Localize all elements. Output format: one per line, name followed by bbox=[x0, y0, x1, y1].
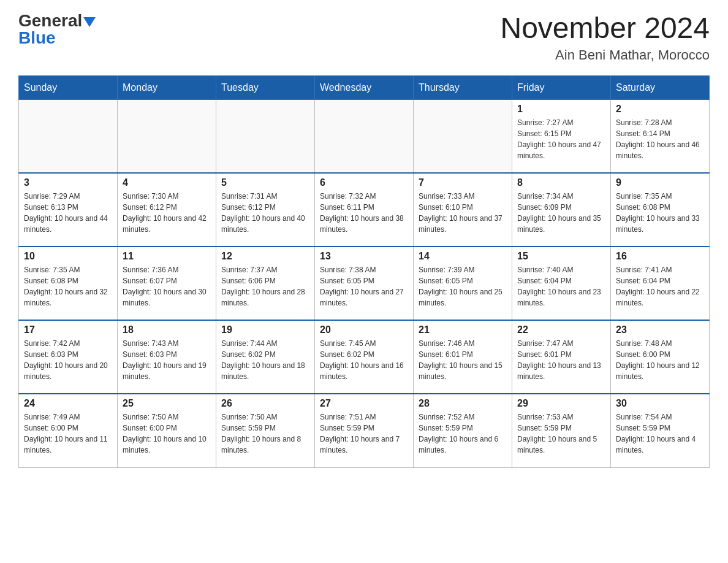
day-info: Sunrise: 7:32 AM Sunset: 6:11 PM Dayligh… bbox=[320, 191, 408, 235]
day-number: 8 bbox=[517, 177, 605, 188]
calendar-cell bbox=[118, 99, 216, 173]
day-info: Sunrise: 7:30 AM Sunset: 6:12 PM Dayligh… bbox=[123, 191, 211, 235]
calendar-cell: 3Sunrise: 7:29 AM Sunset: 6:13 PM Daylig… bbox=[19, 173, 118, 247]
calendar-subtitle: Ain Beni Mathar, Morocco bbox=[500, 47, 710, 63]
day-number: 10 bbox=[24, 251, 112, 262]
day-info: Sunrise: 7:39 AM Sunset: 6:05 PM Dayligh… bbox=[419, 264, 507, 308]
day-info: Sunrise: 7:45 AM Sunset: 6:02 PM Dayligh… bbox=[320, 338, 408, 382]
calendar-week-row: 3Sunrise: 7:29 AM Sunset: 6:13 PM Daylig… bbox=[19, 173, 710, 247]
calendar-table: Sunday Monday Tuesday Wednesday Thursday… bbox=[18, 75, 710, 468]
calendar-cell: 26Sunrise: 7:50 AM Sunset: 5:59 PM Dayli… bbox=[216, 394, 315, 467]
day-info: Sunrise: 7:38 AM Sunset: 6:05 PM Dayligh… bbox=[320, 264, 408, 308]
day-number: 2 bbox=[616, 104, 704, 115]
calendar-cell: 30Sunrise: 7:54 AM Sunset: 5:59 PM Dayli… bbox=[611, 394, 710, 467]
day-info: Sunrise: 7:52 AM Sunset: 5:59 PM Dayligh… bbox=[419, 412, 507, 456]
day-info: Sunrise: 7:41 AM Sunset: 6:04 PM Dayligh… bbox=[616, 264, 704, 308]
day-info: Sunrise: 7:34 AM Sunset: 6:09 PM Dayligh… bbox=[517, 191, 605, 235]
col-header-monday: Monday bbox=[118, 75, 216, 99]
day-number: 15 bbox=[517, 251, 605, 262]
day-info: Sunrise: 7:43 AM Sunset: 6:03 PM Dayligh… bbox=[123, 338, 211, 382]
calendar-cell: 11Sunrise: 7:36 AM Sunset: 6:07 PM Dayli… bbox=[118, 247, 216, 320]
logo-blue-text: Blue bbox=[18, 29, 56, 47]
day-number: 18 bbox=[123, 324, 211, 335]
calendar-cell: 6Sunrise: 7:32 AM Sunset: 6:11 PM Daylig… bbox=[315, 173, 414, 247]
day-number: 1 bbox=[517, 104, 605, 115]
col-header-saturday: Saturday bbox=[611, 75, 710, 99]
col-header-thursday: Thursday bbox=[414, 75, 512, 99]
day-number: 9 bbox=[616, 177, 704, 188]
day-info: Sunrise: 7:44 AM Sunset: 6:02 PM Dayligh… bbox=[221, 338, 309, 382]
calendar-cell: 14Sunrise: 7:39 AM Sunset: 6:05 PM Dayli… bbox=[414, 247, 512, 320]
day-info: Sunrise: 7:31 AM Sunset: 6:12 PM Dayligh… bbox=[221, 191, 309, 235]
calendar-cell: 21Sunrise: 7:46 AM Sunset: 6:01 PM Dayli… bbox=[414, 320, 512, 394]
day-number: 24 bbox=[24, 398, 112, 409]
day-number: 30 bbox=[616, 398, 704, 409]
calendar-cell: 2Sunrise: 7:28 AM Sunset: 6:14 PM Daylig… bbox=[611, 99, 710, 173]
day-info: Sunrise: 7:28 AM Sunset: 6:14 PM Dayligh… bbox=[616, 117, 704, 161]
day-number: 23 bbox=[616, 324, 704, 335]
day-number: 21 bbox=[419, 324, 507, 335]
calendar-week-row: 17Sunrise: 7:42 AM Sunset: 6:03 PM Dayli… bbox=[19, 320, 710, 394]
day-number: 5 bbox=[221, 177, 309, 188]
calendar-cell: 13Sunrise: 7:38 AM Sunset: 6:05 PM Dayli… bbox=[315, 247, 414, 320]
day-number: 26 bbox=[221, 398, 309, 409]
calendar-cell: 17Sunrise: 7:42 AM Sunset: 6:03 PM Dayli… bbox=[19, 320, 118, 394]
day-info: Sunrise: 7:36 AM Sunset: 6:07 PM Dayligh… bbox=[123, 264, 211, 308]
calendar-cell: 27Sunrise: 7:51 AM Sunset: 5:59 PM Dayli… bbox=[315, 394, 414, 467]
calendar-cell: 18Sunrise: 7:43 AM Sunset: 6:03 PM Dayli… bbox=[118, 320, 216, 394]
day-info: Sunrise: 7:54 AM Sunset: 5:59 PM Dayligh… bbox=[616, 412, 704, 456]
day-info: Sunrise: 7:53 AM Sunset: 5:59 PM Dayligh… bbox=[517, 412, 605, 456]
day-number: 11 bbox=[123, 251, 211, 262]
calendar-cell: 15Sunrise: 7:40 AM Sunset: 6:04 PM Dayli… bbox=[512, 247, 611, 320]
day-info: Sunrise: 7:48 AM Sunset: 6:00 PM Dayligh… bbox=[616, 338, 704, 382]
calendar-cell: 24Sunrise: 7:49 AM Sunset: 6:00 PM Dayli… bbox=[19, 394, 118, 467]
day-info: Sunrise: 7:35 AM Sunset: 6:08 PM Dayligh… bbox=[24, 264, 112, 308]
calendar-cell: 8Sunrise: 7:34 AM Sunset: 6:09 PM Daylig… bbox=[512, 173, 611, 247]
day-number: 7 bbox=[419, 177, 507, 188]
calendar-cell bbox=[315, 99, 414, 173]
day-info: Sunrise: 7:29 AM Sunset: 6:13 PM Dayligh… bbox=[24, 191, 112, 235]
day-info: Sunrise: 7:47 AM Sunset: 6:01 PM Dayligh… bbox=[517, 338, 605, 382]
calendar-cell: 29Sunrise: 7:53 AM Sunset: 5:59 PM Dayli… bbox=[512, 394, 611, 467]
calendar-cell: 9Sunrise: 7:35 AM Sunset: 6:08 PM Daylig… bbox=[611, 173, 710, 247]
day-number: 17 bbox=[24, 324, 112, 335]
day-number: 19 bbox=[221, 324, 309, 335]
calendar-cell: 19Sunrise: 7:44 AM Sunset: 6:02 PM Dayli… bbox=[216, 320, 315, 394]
day-number: 16 bbox=[616, 251, 704, 262]
col-header-sunday: Sunday bbox=[19, 75, 118, 99]
calendar-cell bbox=[19, 99, 118, 173]
logo-triangle-icon bbox=[83, 17, 96, 27]
day-number: 3 bbox=[24, 177, 112, 188]
day-number: 25 bbox=[123, 398, 211, 409]
day-number: 13 bbox=[320, 251, 408, 262]
col-header-friday: Friday bbox=[512, 75, 611, 99]
calendar-header-row: Sunday Monday Tuesday Wednesday Thursday… bbox=[19, 75, 710, 99]
day-info: Sunrise: 7:27 AM Sunset: 6:15 PM Dayligh… bbox=[517, 117, 605, 161]
day-number: 27 bbox=[320, 398, 408, 409]
day-info: Sunrise: 7:51 AM Sunset: 5:59 PM Dayligh… bbox=[320, 412, 408, 456]
day-info: Sunrise: 7:50 AM Sunset: 5:59 PM Dayligh… bbox=[221, 412, 309, 456]
calendar-cell: 7Sunrise: 7:33 AM Sunset: 6:10 PM Daylig… bbox=[414, 173, 512, 247]
logo-general-text: General bbox=[18, 11, 82, 30]
calendar-week-row: 24Sunrise: 7:49 AM Sunset: 6:00 PM Dayli… bbox=[19, 394, 710, 467]
calendar-cell: 23Sunrise: 7:48 AM Sunset: 6:00 PM Dayli… bbox=[611, 320, 710, 394]
calendar-cell: 16Sunrise: 7:41 AM Sunset: 6:04 PM Dayli… bbox=[611, 247, 710, 320]
col-header-wednesday: Wednesday bbox=[315, 75, 414, 99]
calendar-cell: 1Sunrise: 7:27 AM Sunset: 6:15 PM Daylig… bbox=[512, 99, 611, 173]
calendar-cell bbox=[216, 99, 315, 173]
calendar-cell: 20Sunrise: 7:45 AM Sunset: 6:02 PM Dayli… bbox=[315, 320, 414, 394]
day-number: 28 bbox=[419, 398, 507, 409]
day-info: Sunrise: 7:40 AM Sunset: 6:04 PM Dayligh… bbox=[517, 264, 605, 308]
calendar-cell: 22Sunrise: 7:47 AM Sunset: 6:01 PM Dayli… bbox=[512, 320, 611, 394]
calendar-cell: 25Sunrise: 7:50 AM Sunset: 6:00 PM Dayli… bbox=[118, 394, 216, 467]
day-info: Sunrise: 7:42 AM Sunset: 6:03 PM Dayligh… bbox=[24, 338, 112, 382]
day-info: Sunrise: 7:37 AM Sunset: 6:06 PM Dayligh… bbox=[221, 264, 309, 308]
calendar-week-row: 10Sunrise: 7:35 AM Sunset: 6:08 PM Dayli… bbox=[19, 247, 710, 320]
day-info: Sunrise: 7:50 AM Sunset: 6:00 PM Dayligh… bbox=[123, 412, 211, 456]
day-number: 6 bbox=[320, 177, 408, 188]
day-number: 29 bbox=[517, 398, 605, 409]
logo-top-row: General bbox=[18, 12, 96, 29]
day-number: 20 bbox=[320, 324, 408, 335]
day-number: 14 bbox=[419, 251, 507, 262]
day-info: Sunrise: 7:33 AM Sunset: 6:10 PM Dayligh… bbox=[419, 191, 507, 235]
